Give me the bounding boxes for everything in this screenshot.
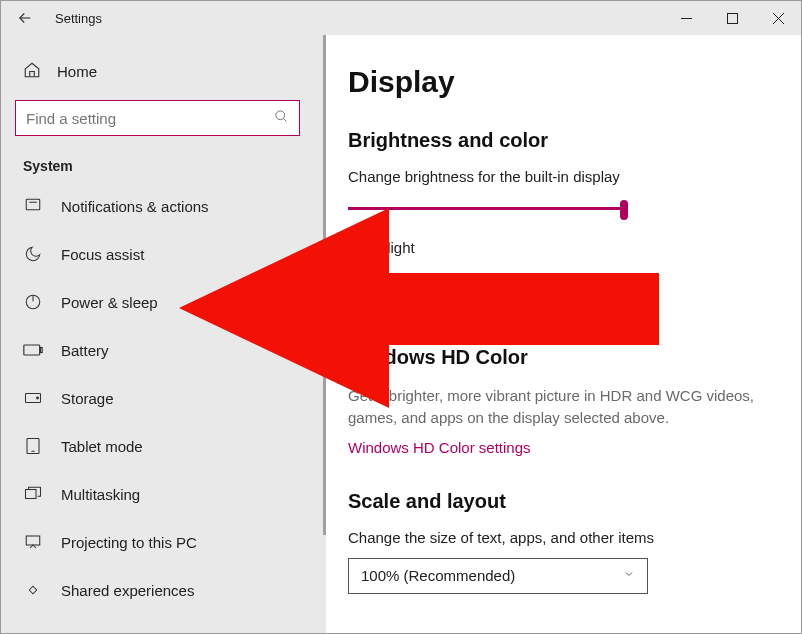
night-light-label: Night light (348, 239, 773, 256)
svg-line-5 (283, 118, 286, 121)
sidebar-item-power-sleep[interactable]: Power & sleep (15, 278, 312, 326)
sidebar-item-multitasking[interactable]: Multitasking (15, 470, 312, 518)
svg-rect-16 (26, 536, 40, 545)
chevron-down-icon (623, 568, 635, 583)
sidebar-item-notifications[interactable]: Notifications & actions (15, 182, 312, 230)
scale-heading: Scale and layout (348, 490, 773, 513)
brightness-label: Change brightness for the built-in displ… (348, 168, 773, 185)
notifications-icon (23, 196, 43, 216)
svg-rect-1 (727, 13, 737, 23)
shared-icon (23, 580, 43, 600)
svg-point-12 (37, 397, 39, 399)
battery-icon (23, 340, 43, 360)
tablet-icon (23, 436, 43, 456)
slider-thumb[interactable] (620, 200, 628, 220)
search-box[interactable] (15, 100, 300, 136)
svg-rect-15 (26, 490, 37, 499)
home-nav[interactable]: Home (23, 61, 312, 82)
sidebar-item-label: Power & sleep (61, 294, 158, 311)
sidebar-item-focus-assist[interactable]: Focus assist (15, 230, 312, 278)
svg-rect-9 (24, 345, 40, 355)
svg-rect-10 (41, 348, 43, 353)
sidebar-item-shared-experiences[interactable]: Shared experiences (15, 566, 312, 614)
hd-color-description: Get a brighter, more vibrant picture in … (348, 385, 773, 429)
window-title: Settings (55, 11, 663, 26)
sidebar-item-label: Tablet mode (61, 438, 143, 455)
sidebar-item-label: Shared experiences (61, 582, 194, 599)
power-icon (23, 292, 43, 312)
scale-dropdown[interactable]: 100% (Recommended) (348, 558, 648, 594)
brightness-slider[interactable] (348, 197, 628, 221)
brightness-heading: Brightness and color (348, 129, 773, 152)
projecting-icon (23, 532, 43, 552)
scale-dropdown-value: 100% (Recommended) (361, 567, 515, 584)
hd-color-settings-link[interactable]: Windows HD Color settings (348, 439, 773, 456)
slider-track (348, 207, 628, 210)
multitasking-icon (23, 484, 43, 504)
hd-color-heading: Windows HD Color (348, 346, 773, 369)
scale-label: Change the size of text, apps, and other… (348, 529, 773, 546)
sidebar-item-label: Projecting to this PC (61, 534, 197, 551)
close-button[interactable] (755, 1, 801, 35)
sidebar-item-label: Storage (61, 390, 114, 407)
moon-icon (23, 244, 43, 264)
sidebar-item-label: Battery (61, 342, 109, 359)
sidebar-item-label: Focus assist (61, 246, 144, 263)
minimize-button[interactable] (663, 1, 709, 35)
page-title: Display (348, 65, 773, 99)
sidebar-item-battery[interactable]: Battery (15, 326, 312, 374)
sidebar-item-storage[interactable]: Storage (15, 374, 312, 422)
storage-icon (23, 388, 43, 408)
sidebar-item-label: Notifications & actions (61, 198, 209, 215)
sidebar-item-projecting[interactable]: Projecting to this PC (15, 518, 312, 566)
search-icon (274, 109, 289, 127)
svg-point-4 (276, 111, 285, 120)
maximize-button[interactable] (709, 1, 755, 35)
sidebar-item-label: Multitasking (61, 486, 140, 503)
back-button[interactable] (1, 1, 49, 35)
sidebar-group-label: System (23, 158, 312, 174)
search-input[interactable] (26, 110, 256, 127)
svg-rect-6 (26, 199, 40, 210)
sidebar-item-tablet-mode[interactable]: Tablet mode (15, 422, 312, 470)
sidebar-scrollbar[interactable] (323, 35, 326, 535)
home-icon (23, 61, 41, 82)
home-label: Home (57, 63, 97, 80)
